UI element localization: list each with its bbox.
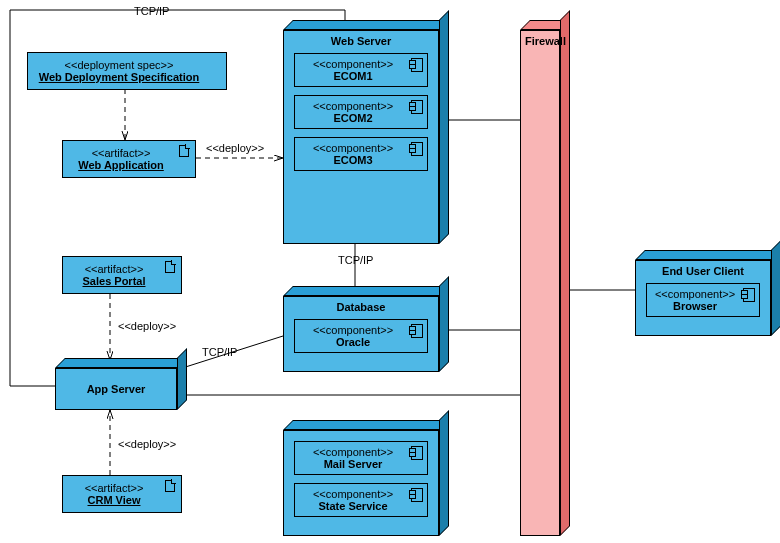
component-mail-server: <<component>> Mail Server [294, 441, 428, 475]
component-icon [741, 288, 755, 300]
label-deploy-webapp: <<deploy>> [206, 142, 264, 154]
stereotype-label: <<component>> [301, 446, 405, 458]
component-ecom3: <<component>> ECOM3 [294, 137, 428, 171]
document-icon [165, 261, 175, 273]
component-icon [409, 142, 423, 154]
deployment-diagram: TCP/IP <<deploy>> TCP/IP <<deploy>> <<de… [0, 0, 780, 543]
node-services: <<component>> Mail Server <<component>> … [283, 420, 439, 536]
node-end-user-client: End User Client <<component>> Browser [635, 250, 771, 336]
component-oracle: <<component>> Oracle [294, 319, 428, 353]
node-title: End User Client [636, 261, 770, 283]
stereotype-label: <<deployment spec>> [36, 59, 202, 71]
component-browser: <<component>> Browser [646, 283, 760, 317]
stereotype-label: <<component>> [301, 58, 405, 70]
stereotype-label: <<component>> [301, 100, 405, 112]
component-icon [409, 58, 423, 70]
node-app-server: App Server [55, 358, 177, 410]
node-database: Database <<component>> Oracle [283, 286, 439, 372]
label-tcpip-top: TCP/IP [134, 5, 169, 17]
node-firewall: Firewall [520, 20, 560, 536]
component-ecom2: <<component>> ECOM2 [294, 95, 428, 129]
artifact-crm-view: <<artifact>> CRM View [62, 475, 182, 513]
stereotype-label: <<artifact>> [71, 147, 171, 159]
document-icon [165, 480, 175, 492]
component-name: ECOM3 [301, 154, 405, 166]
stereotype-label: <<component>> [301, 324, 405, 336]
artifact-name: Web Deployment Specification [36, 71, 202, 83]
stereotype-label: <<artifact>> [71, 482, 157, 494]
label-deploy-crm: <<deploy>> [118, 438, 176, 450]
component-ecom1: <<component>> ECOM1 [294, 53, 428, 87]
artifact-web-application: <<artifact>> Web Application [62, 140, 196, 178]
label-tcpip-app-db: TCP/IP [202, 346, 237, 358]
component-name: ECOM1 [301, 70, 405, 82]
component-icon [409, 324, 423, 336]
node-title: Web Server [284, 31, 438, 53]
node-title: Database [284, 297, 438, 319]
component-state-service: <<component>> State Service [294, 483, 428, 517]
node-title: App Server [56, 369, 176, 409]
artifact-name: Sales Portal [71, 275, 157, 287]
component-name: Mail Server [301, 458, 405, 470]
node-title: Firewall [521, 31, 559, 53]
stereotype-label: <<component>> [301, 488, 405, 500]
artifact-name: Web Application [71, 159, 171, 171]
component-icon [409, 488, 423, 500]
label-deploy-sales: <<deploy>> [118, 320, 176, 332]
component-name: ECOM2 [301, 112, 405, 124]
stereotype-label: <<component>> [301, 142, 405, 154]
component-name: Browser [653, 300, 737, 312]
artifact-sales-portal: <<artifact>> Sales Portal [62, 256, 182, 294]
document-icon [179, 145, 189, 157]
artifact-name: CRM View [71, 494, 157, 506]
component-name: State Service [301, 500, 405, 512]
component-icon [409, 100, 423, 112]
label-tcpip-ws-db: TCP/IP [338, 254, 373, 266]
node-web-server: Web Server <<component>> ECOM1 <<compone… [283, 20, 439, 244]
stereotype-label: <<artifact>> [71, 263, 157, 275]
component-name: Oracle [301, 336, 405, 348]
component-icon [409, 446, 423, 458]
artifact-web-deployment-spec: <<deployment spec>> Web Deployment Speci… [27, 52, 227, 90]
stereotype-label: <<component>> [653, 288, 737, 300]
